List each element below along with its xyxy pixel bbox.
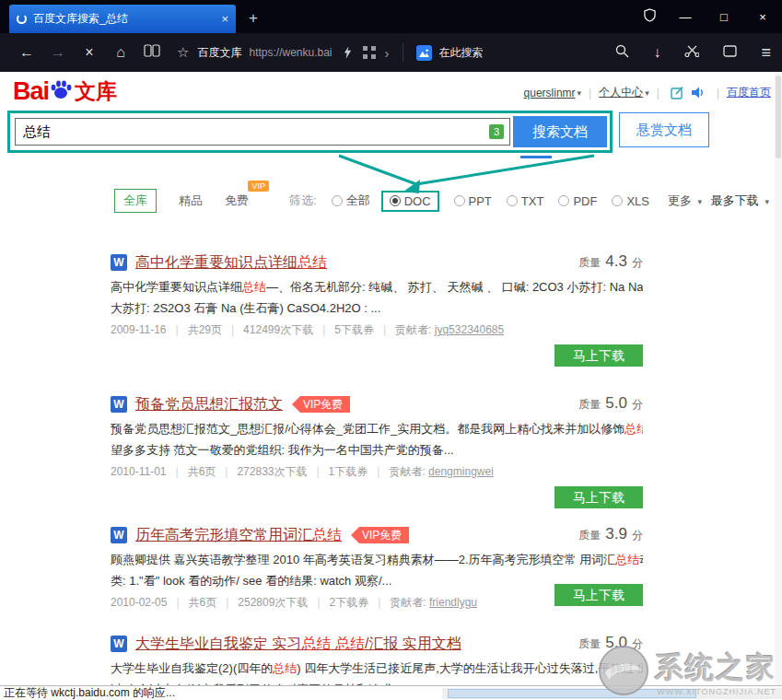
- result-description: 高中化学重要知识点详细总结—、俗名无机部分: 纯碱、 苏打、 天然碱 、 口碱:…: [111, 276, 643, 298]
- result-description: 大苏打: 2S2O3 石膏 Na (生石膏) CaSO4.2H2O : ...: [111, 298, 643, 319]
- keyword-highlight: 总结: [312, 527, 342, 542]
- download-button[interactable]: 马上下载: [554, 584, 643, 606]
- reading-mode-icon[interactable]: [136, 44, 168, 61]
- quality-unit: 分: [632, 637, 643, 650]
- text-part: 高中化学重要知识点详细: [135, 254, 298, 270]
- result-description: 望多多支持 范文一敬爱的党组织: 我作为一名中国共产党的预备...: [111, 439, 643, 461]
- doc-type-icon: W: [111, 254, 127, 271]
- text-part: 大学生毕业自我鉴定(2)(四年的: [111, 661, 273, 675]
- minimize-button[interactable]: —: [666, 10, 705, 24]
- text-part: 大苏打: 2S2O3 石膏 Na (生石膏) CaSO4.2H2O : ...: [111, 301, 380, 315]
- contributor-label: 贡献者:: [395, 323, 435, 336]
- separator: |: [378, 596, 380, 609]
- qr-code-icon[interactable]: [363, 46, 376, 59]
- result-title-link[interactable]: 大学生毕业自我鉴定 实习总结 总结/汇报 实用文档: [135, 635, 461, 654]
- separator: |: [226, 596, 228, 609]
- text-part: 类: 1."看" look 看的动作/ see 看的结果: watch 观察/.…: [111, 574, 391, 588]
- site-label: 百度文库: [197, 45, 241, 61]
- contributor-link[interactable]: jyq532340685: [435, 323, 504, 336]
- separator: |: [176, 465, 179, 478]
- vertical-scrollbar-thumb[interactable]: [776, 76, 781, 158]
- scissors-icon[interactable]: [684, 44, 699, 61]
- result-description: 预备党员思想汇报范文_思想汇报/心得体会_党团工作_实用文档。都是我网上精心找来…: [111, 418, 643, 439]
- doc-type-icon: W: [111, 396, 127, 413]
- result-downloads: 252809次下载: [238, 596, 308, 609]
- text-part: 大学生毕业自我鉴定 实习: [135, 636, 301, 651]
- quality-value: 3.9: [605, 525, 627, 542]
- bookmark-star-icon[interactable]: ☆: [177, 44, 189, 61]
- titlebar: 百度文库搜索_总结 × + — □ ×: [0, 0, 782, 33]
- result-downloads: 412499次下载: [243, 323, 313, 336]
- results-list: W高中化学重要知识点详细总结质量4.3分高中化学重要知识点详细总结—、俗名无机部…: [0, 72, 782, 685]
- text-part: —、俗名无机部分: 纯碱、 苏打、 天然碱 、 口碱: 2CO3 小苏打: Na…: [266, 280, 643, 294]
- result-description: 顾燕卿提供 嘉兴英语教学整理 2010 年高考英语复习精典素材——2.历年高考完…: [111, 549, 643, 570]
- download-button[interactable]: 马上下载: [554, 344, 643, 367]
- result-title-link[interactable]: 高中化学重要知识点详细总结: [135, 253, 327, 273]
- quality-value: 4.3: [605, 252, 627, 270]
- quality-score: 质量4.3分: [578, 252, 643, 271]
- horizontal-scrollbar[interactable]: [442, 688, 782, 699]
- close-button[interactable]: ×: [743, 10, 782, 24]
- separator: |: [225, 465, 228, 478]
- text-part: 预备党员思想汇报范文_思想汇报/心得体会_党团工作_实用文档。都是我网上精心找来…: [111, 422, 624, 436]
- quality-score: 质量5.0分: [578, 634, 643, 652]
- quality-unit: 分: [632, 529, 643, 542]
- browser-toolbar: ← → × ⌂ ☆ 百度文库 https://wenku.bai › 在此搜索: [0, 33, 782, 72]
- quality-label: 质量: [578, 529, 601, 542]
- search-result: W预备党员思想汇报范文VIP免费质量5.0分预备党员思想汇报范文_思想汇报/心得…: [111, 394, 643, 508]
- result-title-row: W高中化学重要知识点详细总结: [111, 252, 643, 273]
- result-ticket: 2下载券: [330, 596, 369, 609]
- vip-free-badge: VIP免费: [292, 396, 350, 413]
- home-icon[interactable]: ⌂: [105, 44, 136, 61]
- chevron-right-icon[interactable]: ›: [385, 45, 390, 61]
- quality-unit: 分: [632, 256, 643, 269]
- new-tab-button[interactable]: +: [249, 9, 258, 28]
- contributor-label: 贡献者:: [389, 465, 428, 478]
- separator: |: [317, 596, 320, 609]
- maximize-button[interactable]: □: [705, 10, 743, 24]
- quality-score: 质量3.9分: [578, 525, 643, 543]
- keyword-highlight: 总结: [335, 636, 365, 651]
- doc-type-icon: W: [111, 527, 127, 543]
- keyword-highlight: 总结: [298, 254, 327, 270]
- result-pages: 共6页: [189, 596, 217, 609]
- stop-icon[interactable]: ×: [74, 44, 105, 61]
- text-part: 动词: [639, 553, 643, 566]
- vertical-scrollbar[interactable]: [775, 72, 782, 685]
- result-ticket: 1下载券: [329, 465, 368, 478]
- download-manager-icon[interactable]: ↓: [653, 44, 660, 61]
- quality-label: 质量: [578, 398, 601, 411]
- lightning-icon[interactable]: [344, 46, 352, 59]
- status-bar: 正在等待 wkctj.baidu.com 的响应...: [0, 685, 782, 700]
- quality-value: 5.0: [605, 394, 627, 412]
- separator: |: [377, 465, 379, 478]
- address-bar[interactable]: ☆ 百度文库 https://wenku.bai ›: [177, 44, 390, 61]
- quick-search[interactable]: 在此搜索: [416, 45, 484, 61]
- quality-score: 质量5.0分: [578, 394, 643, 413]
- search-engine-icon: [416, 45, 432, 61]
- result-title-link[interactable]: 历年高考完形填空常用词汇总结: [135, 526, 342, 545]
- tab-title: 百度文库搜索_总结: [33, 11, 214, 27]
- menu-icon[interactable]: ≡: [761, 43, 771, 63]
- keyword-highlight: 总结: [615, 553, 639, 566]
- search-icon[interactable]: [615, 44, 629, 62]
- search-result: W大学生毕业自我鉴定 实习总结 总结/汇报 实用文档质量5.0分大学生毕业自我鉴…: [111, 634, 643, 685]
- text-part: ) 四年大学生活已接近尾声,大学的生活让我开心过失落过,平静过 疯狂: [297, 661, 643, 675]
- app-window-icon[interactable]: [723, 44, 737, 61]
- back-icon[interactable]: ←: [11, 44, 42, 61]
- contributor-link[interactable]: dengmingwei: [428, 465, 494, 478]
- separator: |: [383, 323, 386, 336]
- search-result: W历年高考完形填空常用词汇总结VIP免费质量3.9分顾燕卿提供 嘉兴英语教学整理…: [111, 525, 643, 612]
- horizontal-scrollbar-thumb[interactable]: [448, 689, 696, 698]
- tab-close-icon[interactable]: ×: [221, 12, 228, 26]
- shield-icon[interactable]: [633, 8, 666, 26]
- quick-search-label[interactable]: 在此搜索: [439, 45, 484, 61]
- result-pages: 共29页: [188, 323, 222, 336]
- browser-tab[interactable]: 百度文库搜索_总结 ×: [9, 5, 236, 33]
- contributor-link[interactable]: friendlygu: [429, 596, 477, 609]
- toolbar-right-icons: ↓ ≡: [591, 43, 771, 63]
- download-button[interactable]: 马上下载: [554, 486, 643, 508]
- forward-icon[interactable]: →: [42, 44, 74, 61]
- url-text[interactable]: https://wenku.bai: [249, 46, 332, 59]
- result-title-link[interactable]: 预备党员思想汇报范文: [135, 395, 283, 414]
